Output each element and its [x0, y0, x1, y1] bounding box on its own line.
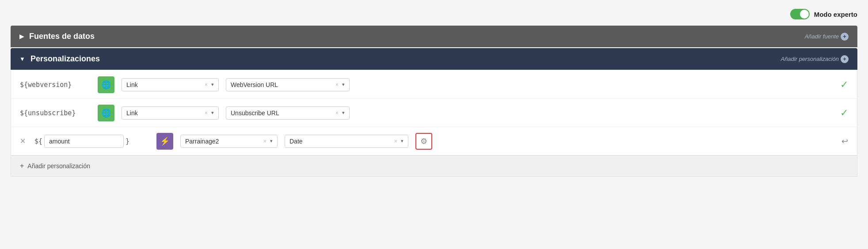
var-name-input[interactable]	[44, 135, 124, 148]
table-row: ${unsubscribe} 🌐 Link × ▾ Unsubscribe UR…	[11, 99, 857, 127]
personalizations-body: ${webversion} 🌐 Link × ▾ WebVersion URL …	[11, 71, 857, 177]
expert-mode-toggle[interactable]	[790, 9, 810, 19]
personalizations-title: Personalizaciones	[30, 54, 100, 64]
type-dropdown-label: Parrainage2	[185, 138, 259, 145]
bolt-icon: ⚡	[160, 136, 170, 146]
fuentes-add-action[interactable]: Añadir fuente +	[805, 33, 849, 41]
personalizations-section-header[interactable]: ▼ Personalizaciones Añadir personalizaci…	[11, 48, 857, 70]
gear-icon: ⚙	[420, 136, 427, 146]
valid-check-icon: ✓	[840, 107, 848, 119]
fuentes-section-header[interactable]: ▶ Fuentes de datos Añadir fuente +	[11, 26, 857, 47]
personalizations-chevron-icon: ▼	[19, 56, 25, 62]
type-dropdown-label: Link	[126, 109, 201, 117]
table-row: ${webversion} 🌐 Link × ▾ WebVersion URL …	[11, 71, 857, 99]
type-dropdown-amount[interactable]: Parrainage2 × ▾	[180, 135, 278, 148]
value-dropdown-unsubscribe[interactable]: Unsubscribe URL × ▾	[226, 106, 350, 120]
reset-icon[interactable]: ↩	[841, 136, 848, 146]
value-dropdown-label: Unsubscribe URL	[231, 109, 331, 117]
table-row: ✕ ${ } ⚡ Parrainage2 × ▾ Date × ▾ ⚙	[11, 127, 857, 155]
globe-icon: 🌐	[101, 108, 111, 118]
type-badge-amount: ⚡	[156, 133, 173, 150]
type-dropdown-sep: ×	[204, 81, 208, 88]
personalizations-add-action[interactable]: Añadir personalización +	[780, 55, 849, 63]
row-tag-webversion: ${webversion}	[20, 81, 91, 89]
fuentes-add-label: Añadir fuente	[805, 33, 839, 40]
page-wrapper: Modo experto ▶ Fuentes de datos Añadir f…	[0, 0, 868, 249]
type-badge-webversion: 🌐	[98, 76, 114, 93]
valid-check-icon: ✓	[840, 79, 848, 91]
var-input-wrapper: ${ }	[34, 135, 149, 148]
value-dropdown-sep: ×	[335, 81, 339, 88]
expert-mode-label: Modo experto	[814, 11, 857, 18]
add-personalization-footer[interactable]: + Añadir personalización	[11, 155, 857, 176]
type-dropdown-webversion[interactable]: Link × ▾	[122, 78, 219, 91]
type-dropdown-unsubscribe[interactable]: Link × ▾	[122, 106, 219, 120]
remove-icon[interactable]: ✕	[20, 137, 26, 145]
value-dropdown-amount[interactable]: Date × ▾	[285, 135, 408, 148]
gear-settings-button[interactable]: ⚙	[415, 133, 432, 150]
add-plus-icon: +	[20, 162, 24, 170]
personalizations-add-label: Añadir personalización	[780, 56, 839, 62]
fuentes-add-icon: +	[841, 33, 849, 41]
fuentes-title-group: ▶ Fuentes de datos	[19, 32, 95, 41]
fuentes-chevron-icon: ▶	[19, 33, 24, 40]
var-suffix: }	[126, 137, 129, 145]
row-tag-unsubscribe: ${unsubscribe}	[20, 109, 91, 117]
add-personalization-label: Añadir personalización	[27, 162, 90, 170]
type-dropdown-arrow-icon: ▾	[211, 82, 214, 87]
value-dropdown-sep: ×	[394, 138, 397, 144]
value-dropdown-webversion[interactable]: WebVersion URL × ▾	[226, 78, 350, 91]
value-dropdown-label: WebVersion URL	[231, 81, 331, 88]
value-dropdown-arrow-icon: ▾	[401, 138, 404, 144]
value-dropdown-arrow-icon: ▾	[342, 82, 345, 87]
expert-mode-row: Modo experto	[11, 9, 857, 19]
personalizations-title-group: ▼ Personalizaciones	[19, 54, 100, 64]
type-badge-unsubscribe: 🌐	[98, 105, 114, 121]
fuentes-title: Fuentes de datos	[29, 32, 95, 41]
type-dropdown-arrow-icon: ▾	[211, 110, 214, 116]
value-dropdown-sep: ×	[335, 109, 339, 116]
type-dropdown-arrow-icon: ▾	[270, 138, 273, 144]
globe-icon: 🌐	[101, 80, 111, 90]
var-prefix: ${	[34, 137, 42, 145]
type-dropdown-sep: ×	[204, 109, 208, 116]
personalizations-add-icon: +	[841, 55, 849, 63]
type-dropdown-sep: ×	[263, 138, 266, 144]
value-dropdown-label: Date	[289, 138, 390, 145]
type-dropdown-label: Link	[126, 81, 201, 88]
value-dropdown-arrow-icon: ▾	[342, 110, 345, 116]
